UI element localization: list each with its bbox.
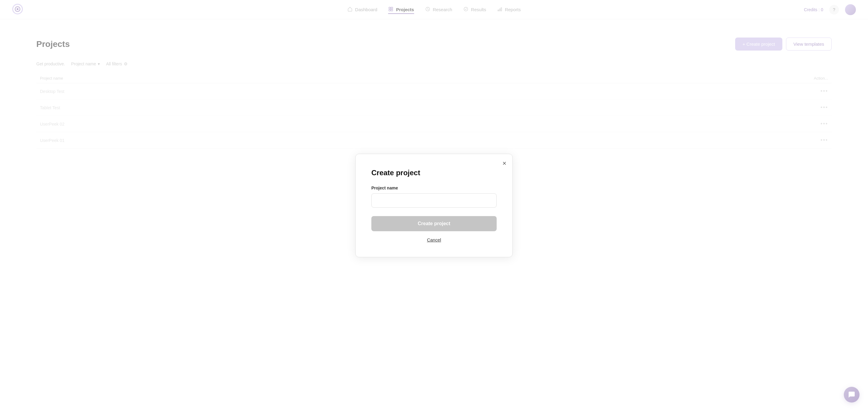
- create-project-modal: × Create project Project name Create pro…: [355, 154, 513, 257]
- modal-field-label: Project name: [371, 186, 497, 190]
- modal-submit-button[interactable]: Create project: [371, 216, 497, 231]
- modal-overlay[interactable]: × Create project Project name Create pro…: [0, 0, 868, 411]
- modal-close-button[interactable]: ×: [502, 160, 506, 167]
- modal-cancel-button[interactable]: Cancel: [371, 237, 497, 243]
- modal-title: Create project: [371, 168, 497, 177]
- project-name-input[interactable]: [371, 193, 497, 208]
